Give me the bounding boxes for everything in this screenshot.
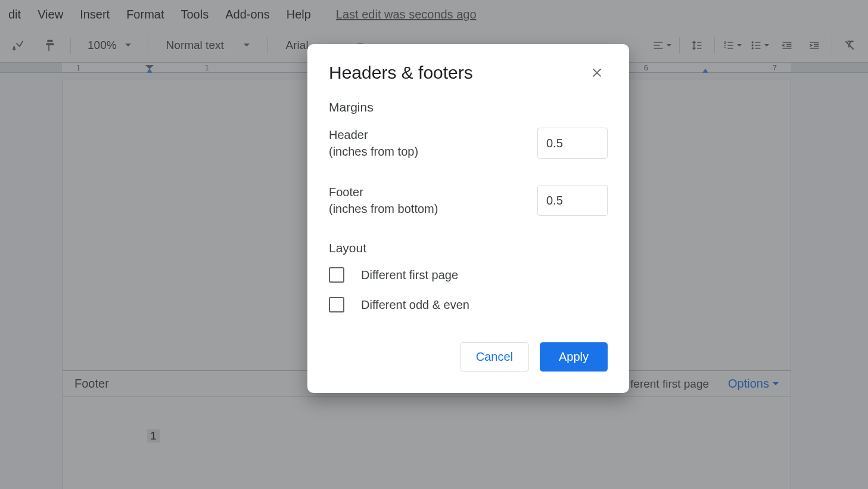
different-odd-even-checkbox[interactable]	[329, 297, 344, 312]
header-margin-input[interactable]	[537, 128, 608, 159]
margins-section-title: Margins	[329, 100, 608, 114]
cancel-button[interactable]: Cancel	[460, 342, 529, 372]
footer-margin-input[interactable]	[537, 185, 608, 216]
different-first-page-label: Different first page	[361, 268, 458, 282]
footer-margin-label: Footer (inches from bottom)	[329, 184, 438, 217]
header-margin-label: Header (inches from top)	[329, 126, 418, 160]
close-button[interactable]	[586, 62, 608, 83]
different-first-page-checkbox[interactable]	[329, 267, 344, 283]
dialog-title: Headers & footers	[329, 63, 473, 83]
different-odd-even-label: Different odd & even	[361, 298, 469, 312]
layout-section-title: Layout	[329, 241, 608, 255]
headers-footers-dialog: Headers & footers Margins Header (inches…	[307, 44, 629, 393]
apply-button[interactable]: Apply	[540, 342, 608, 372]
